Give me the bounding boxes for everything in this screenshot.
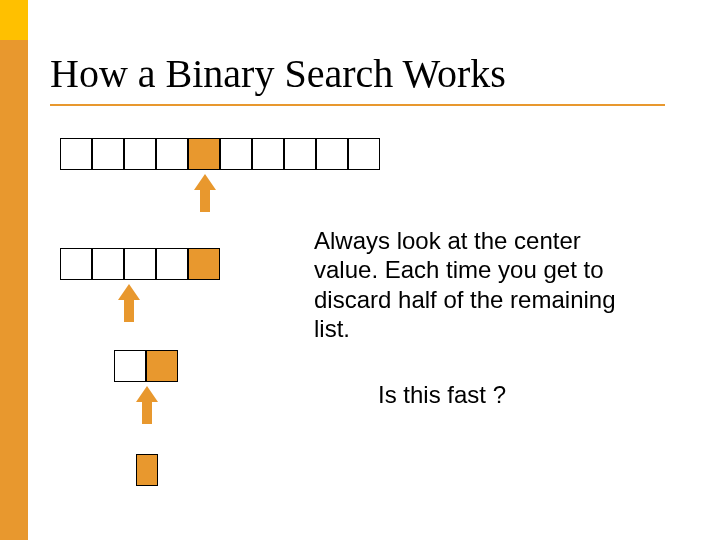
array-cell xyxy=(114,350,146,382)
arrow-up-icon xyxy=(118,284,140,322)
final-cell xyxy=(136,454,158,486)
array-cell xyxy=(156,248,188,280)
question-text: Is this fast ? xyxy=(378,380,506,409)
array-row-2 xyxy=(60,248,220,280)
accent-bar-main xyxy=(0,40,28,540)
array-cell xyxy=(92,138,124,170)
title-underline xyxy=(50,104,665,106)
array-cell xyxy=(348,138,380,170)
array-cell xyxy=(60,248,92,280)
array-row-1 xyxy=(60,138,380,170)
array-cell xyxy=(124,248,156,280)
array-cell xyxy=(188,138,220,170)
array-cell xyxy=(220,138,252,170)
arrow-up-icon xyxy=(136,386,158,424)
arrow-up-icon xyxy=(194,174,216,212)
array-cell xyxy=(124,138,156,170)
array-row-3 xyxy=(114,350,178,382)
description-text: Always look at the center value. Each ti… xyxy=(314,226,634,343)
array-cell xyxy=(156,138,188,170)
array-cell xyxy=(188,248,220,280)
array-cell xyxy=(284,138,316,170)
array-cell xyxy=(60,138,92,170)
array-cell xyxy=(146,350,178,382)
array-cell xyxy=(92,248,124,280)
accent-bar-top xyxy=(0,0,28,40)
page-title: How a Binary Search Works xyxy=(50,50,506,97)
array-cell xyxy=(252,138,284,170)
array-cell xyxy=(316,138,348,170)
